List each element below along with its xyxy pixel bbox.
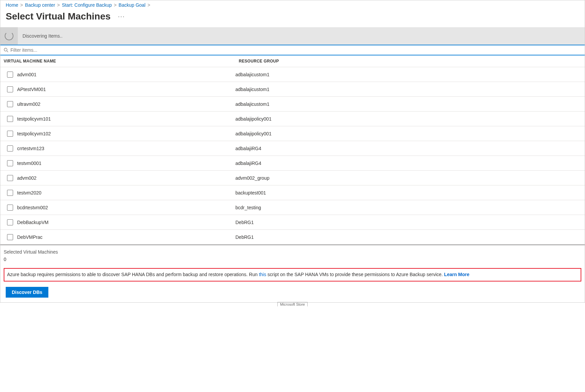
permissions-learn-more-link[interactable]: Learn More	[444, 272, 469, 277]
chevron-right-icon: >	[114, 2, 117, 8]
breadcrumb-home[interactable]: Home	[6, 2, 18, 8]
loading-spinner-icon	[5, 32, 13, 40]
search-icon	[4, 48, 8, 52]
filter-row	[0, 45, 585, 55]
vm-name-cell: advm001	[17, 72, 235, 77]
resource-group-cell: adbalajicustom1	[235, 101, 585, 107]
row-checkbox[interactable]	[7, 175, 13, 181]
table-row: ultravm002adbalajicustom1	[0, 97, 585, 112]
page-title: Select Virtual Machines	[6, 11, 110, 22]
vm-name-cell: testpolicyvm101	[17, 116, 235, 122]
table-row: testvm0001adbalajiRG4	[0, 156, 585, 171]
vm-name-cell: APtestVM001	[17, 87, 235, 92]
table-header: VIRTUAL MACHINE NAME RESOURCE GROUP	[0, 55, 585, 67]
vm-name-cell: DebVMPrac	[17, 234, 235, 240]
row-checkbox[interactable]	[7, 205, 13, 211]
vm-name-cell: testvm0001	[17, 161, 235, 166]
permissions-text-middle: script on the SAP HANA VMs to provide th…	[266, 272, 444, 277]
row-checkbox[interactable]	[7, 160, 13, 166]
row-checkbox[interactable]	[7, 101, 13, 107]
row-checkbox[interactable]	[7, 86, 13, 92]
row-checkbox[interactable]	[7, 234, 13, 240]
discover-dbs-button[interactable]: Discover DBs	[6, 287, 48, 298]
resource-group-cell: DebRG1	[235, 220, 585, 225]
table-row: advm001adbalajicustom1	[0, 67, 585, 82]
taskbar-ms-store[interactable]: Microsoft Store	[277, 302, 308, 306]
breadcrumb-configure-backup[interactable]: Start: Configure Backup	[62, 2, 112, 8]
resource-group-cell: adbalajipolicy001	[235, 116, 585, 122]
chevron-right-icon: >	[57, 2, 60, 8]
chevron-right-icon: >	[147, 2, 150, 8]
resource-group-cell: adbalajicustom1	[235, 72, 585, 77]
status-text: Discovering Items..	[22, 33, 62, 39]
permissions-text-prefix: Azure backup requires permissions to abl…	[7, 272, 259, 277]
table-row: DebVMPracDebRG1	[0, 230, 585, 245]
row-checkbox[interactable]	[7, 131, 13, 137]
table-row: DebBackupVMDebRG1	[0, 215, 585, 230]
table-row: bcdrtestvm002bcdr_testing	[0, 200, 585, 215]
breadcrumb-backup-goal[interactable]: Backup Goal	[119, 2, 145, 8]
status-bar: Discovering Items..	[0, 27, 585, 45]
spinner-container	[0, 27, 18, 45]
row-checkbox[interactable]	[7, 219, 13, 225]
vm-name-cell: crrtestvm123	[17, 146, 235, 151]
column-header-resource-group[interactable]: RESOURCE GROUP	[239, 59, 581, 63]
resource-group-cell: DebRG1	[235, 234, 585, 240]
row-checkbox[interactable]	[7, 145, 13, 151]
table-row: APtestVM001adbalajicustom1	[0, 82, 585, 97]
vm-name-cell: bcdrtestvm002	[17, 205, 235, 210]
vm-name-cell: ultravm002	[17, 101, 235, 107]
permissions-script-link[interactable]: this	[259, 272, 266, 277]
breadcrumb-backup-center[interactable]: Backup center	[25, 2, 55, 8]
vm-name-cell: advm002	[17, 175, 235, 181]
resource-group-cell: adbalajicustom1	[235, 87, 585, 92]
vm-name-cell: testvm2020	[17, 190, 235, 195]
selected-vms-label: Selected Virtual Machines	[4, 249, 581, 255]
resource-group-cell: adbalajiRG4	[235, 161, 585, 166]
table-row: advm002advm002_group	[0, 171, 585, 185]
breadcrumb: Home>Backup center>Start: Configure Back…	[0, 0, 585, 10]
resource-group-cell: bcdr_testing	[235, 205, 585, 210]
column-header-vm-name[interactable]: VIRTUAL MACHINE NAME	[4, 59, 239, 63]
svg-line-1	[7, 51, 8, 52]
vm-name-cell: DebBackupVM	[17, 220, 235, 225]
resource-group-cell: advm002_group	[235, 175, 585, 181]
permissions-notice: Azure backup requires permissions to abl…	[4, 268, 581, 281]
row-checkbox[interactable]	[7, 116, 13, 122]
row-checkbox[interactable]	[7, 72, 13, 78]
resource-group-cell: backuptest001	[235, 190, 585, 195]
row-checkbox[interactable]	[7, 190, 13, 196]
resource-group-cell: adbalajiRG4	[235, 146, 585, 151]
selected-vms-count: 0	[4, 257, 581, 262]
table-row: testpolicyvm101adbalajipolicy001	[0, 112, 585, 126]
svg-point-0	[4, 48, 7, 51]
table-row: testvm2020backuptest001	[0, 185, 585, 200]
chevron-right-icon: >	[20, 2, 23, 8]
vm-name-cell: testpolicyvm102	[17, 131, 235, 136]
filter-input[interactable]	[10, 47, 581, 53]
more-actions-button[interactable]: ···	[118, 13, 125, 20]
table-row: crrtestvm123adbalajiRG4	[0, 141, 585, 156]
resource-group-cell: adbalajipolicy001	[235, 131, 585, 136]
selected-section: Selected Virtual Machines 0	[0, 245, 585, 265]
table-row: testpolicyvm102adbalajipolicy001	[0, 126, 585, 141]
